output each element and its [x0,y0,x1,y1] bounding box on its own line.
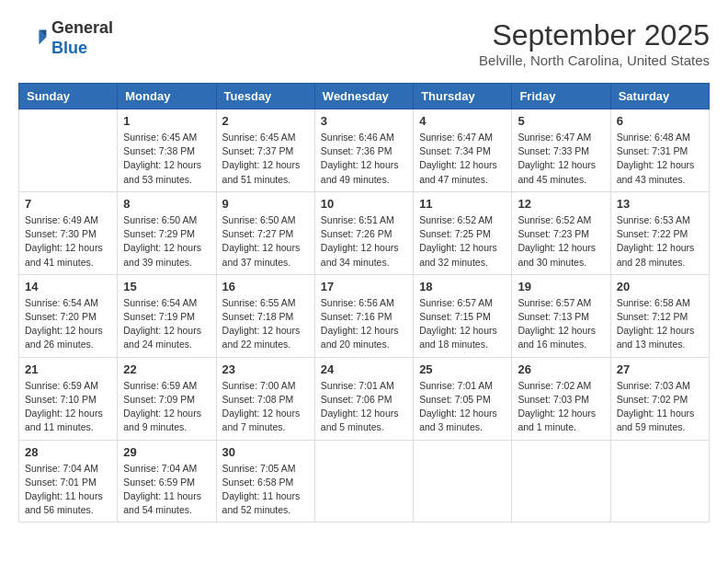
day-info: Sunrise: 7:03 AM Sunset: 7:02 PM Dayligh… [617,379,703,435]
day-info: Sunrise: 6:45 AM Sunset: 7:37 PM Dayligh… [222,131,309,187]
calendar-cell: 23Sunrise: 7:00 AM Sunset: 7:08 PM Dayli… [216,357,314,440]
calendar-cell [512,440,610,523]
day-number: 18 [419,280,506,293]
day-number: 16 [222,280,309,293]
day-info: Sunrise: 6:59 AM Sunset: 7:09 PM Dayligh… [123,379,210,435]
day-info: Sunrise: 7:01 AM Sunset: 7:05 PM Dayligh… [419,379,506,435]
day-info: Sunrise: 6:58 AM Sunset: 7:12 PM Dayligh… [617,296,703,352]
weekday-header-tuesday: Tuesday [216,84,314,109]
day-number: 5 [518,114,604,128]
day-number: 27 [617,362,703,376]
calendar-cell: 27Sunrise: 7:03 AM Sunset: 7:02 PM Dayli… [610,357,709,440]
calendar-cell: 26Sunrise: 7:02 AM Sunset: 7:03 PM Dayli… [512,357,610,440]
day-number: 23 [222,362,309,376]
calendar-cell: 8Sunrise: 6:50 AM Sunset: 7:29 PM Daylig… [118,191,216,274]
calendar-week-row: 28Sunrise: 7:04 AM Sunset: 7:01 PM Dayli… [19,440,710,523]
month-title: September 2025 [479,18,710,52]
calendar-cell: 14Sunrise: 6:54 AM Sunset: 7:20 PM Dayli… [19,274,118,357]
calendar-cell: 18Sunrise: 6:57 AM Sunset: 7:15 PM Dayli… [414,274,512,357]
day-info: Sunrise: 6:47 AM Sunset: 7:33 PM Dayligh… [518,131,604,187]
day-number: 6 [617,114,703,128]
logo-icon [18,24,48,53]
calendar-cell: 28Sunrise: 7:04 AM Sunset: 7:01 PM Dayli… [19,440,118,523]
day-info: Sunrise: 6:45 AM Sunset: 7:38 PM Dayligh… [123,131,210,187]
day-number: 28 [25,445,111,459]
day-info: Sunrise: 6:48 AM Sunset: 7:31 PM Dayligh… [617,131,703,187]
day-info: Sunrise: 6:47 AM Sunset: 7:34 PM Dayligh… [419,131,506,187]
calendar-cell: 30Sunrise: 7:05 AM Sunset: 6:58 PM Dayli… [216,440,314,523]
day-info: Sunrise: 6:50 AM Sunset: 7:29 PM Dayligh… [123,213,210,270]
day-number: 7 [25,197,111,211]
day-number: 15 [123,280,210,293]
calendar-cell: 13Sunrise: 6:53 AM Sunset: 7:22 PM Dayli… [610,191,709,274]
calendar-cell: 19Sunrise: 6:57 AM Sunset: 7:13 PM Dayli… [512,274,610,357]
day-number: 4 [419,114,506,128]
day-info: Sunrise: 6:54 AM Sunset: 7:19 PM Dayligh… [123,296,210,352]
day-number: 13 [617,197,703,211]
day-info: Sunrise: 6:52 AM Sunset: 7:23 PM Dayligh… [518,213,604,270]
calendar-cell: 15Sunrise: 6:54 AM Sunset: 7:19 PM Dayli… [118,274,216,357]
calendar-cell: 11Sunrise: 6:52 AM Sunset: 7:25 PM Dayli… [414,191,512,274]
calendar-cell [414,440,512,523]
day-info: Sunrise: 6:49 AM Sunset: 7:30 PM Dayligh… [25,213,111,270]
calendar-cell: 25Sunrise: 7:01 AM Sunset: 7:05 PM Dayli… [414,357,512,440]
weekday-header-wednesday: Wednesday [314,84,413,109]
calendar-cell: 10Sunrise: 6:51 AM Sunset: 7:26 PM Dayli… [314,191,413,274]
day-info: Sunrise: 6:56 AM Sunset: 7:16 PM Dayligh… [321,296,407,352]
calendar-week-row: 14Sunrise: 6:54 AM Sunset: 7:20 PM Dayli… [19,274,710,357]
calendar-cell: 2Sunrise: 6:45 AM Sunset: 7:37 PM Daylig… [216,109,314,192]
calendar-cell: 5Sunrise: 6:47 AM Sunset: 7:33 PM Daylig… [512,109,610,192]
subtitle: Belville, North Carolina, United States [479,52,710,68]
day-number: 19 [518,280,604,293]
day-info: Sunrise: 6:52 AM Sunset: 7:25 PM Dayligh… [419,213,506,270]
day-info: Sunrise: 6:54 AM Sunset: 7:20 PM Dayligh… [25,296,111,352]
day-info: Sunrise: 7:04 AM Sunset: 6:59 PM Dayligh… [123,462,210,518]
calendar-cell: 9Sunrise: 6:50 AM Sunset: 7:27 PM Daylig… [216,191,314,274]
day-number: 22 [123,362,210,376]
day-number: 9 [222,197,309,211]
day-number: 11 [419,197,506,211]
day-number: 2 [222,114,309,128]
day-info: Sunrise: 6:53 AM Sunset: 7:22 PM Dayligh… [617,213,703,270]
day-info: Sunrise: 6:55 AM Sunset: 7:18 PM Dayligh… [222,296,309,352]
weekday-header-friday: Friday [512,84,610,109]
weekday-header-sunday: Sunday [19,84,118,109]
day-number: 10 [321,197,407,211]
day-number: 14 [25,280,111,293]
calendar-cell: 1Sunrise: 6:45 AM Sunset: 7:38 PM Daylig… [118,109,216,192]
day-info: Sunrise: 7:00 AM Sunset: 7:08 PM Dayligh… [222,379,309,435]
calendar-cell: 20Sunrise: 6:58 AM Sunset: 7:12 PM Dayli… [610,274,709,357]
page-header: General Blue September 2025 Belville, No… [18,18,710,68]
weekday-header-monday: Monday [118,84,216,109]
title-block: September 2025 Belville, North Carolina,… [479,18,710,68]
calendar-cell [314,440,413,523]
day-number: 30 [222,445,309,459]
day-number: 3 [321,114,407,128]
calendar-cell: 21Sunrise: 6:59 AM Sunset: 7:10 PM Dayli… [19,357,118,440]
day-number: 29 [123,445,210,459]
day-info: Sunrise: 7:01 AM Sunset: 7:06 PM Dayligh… [321,379,407,435]
day-number: 24 [321,362,407,376]
day-info: Sunrise: 6:46 AM Sunset: 7:36 PM Dayligh… [321,131,407,187]
day-number: 26 [518,362,604,376]
day-info: Sunrise: 7:04 AM Sunset: 7:01 PM Dayligh… [25,462,111,518]
day-number: 12 [518,197,604,211]
calendar-week-row: 21Sunrise: 6:59 AM Sunset: 7:10 PM Dayli… [19,357,710,440]
day-info: Sunrise: 6:59 AM Sunset: 7:10 PM Dayligh… [25,379,111,435]
calendar-cell: 6Sunrise: 6:48 AM Sunset: 7:31 PM Daylig… [610,109,709,192]
calendar-cell: 4Sunrise: 6:47 AM Sunset: 7:34 PM Daylig… [414,109,512,192]
day-number: 17 [321,280,407,293]
calendar-cell: 3Sunrise: 6:46 AM Sunset: 7:36 PM Daylig… [314,109,413,192]
day-number: 8 [123,197,210,211]
logo-text: General Blue [51,18,113,58]
day-number: 25 [419,362,506,376]
day-info: Sunrise: 7:02 AM Sunset: 7:03 PM Dayligh… [518,379,604,435]
calendar-cell [19,109,118,192]
day-number: 1 [123,114,210,128]
day-info: Sunrise: 6:57 AM Sunset: 7:15 PM Dayligh… [419,296,506,352]
calendar-week-row: 1Sunrise: 6:45 AM Sunset: 7:38 PM Daylig… [19,109,710,192]
calendar-cell: 29Sunrise: 7:04 AM Sunset: 6:59 PM Dayli… [118,440,216,523]
day-info: Sunrise: 6:51 AM Sunset: 7:26 PM Dayligh… [321,213,407,270]
day-info: Sunrise: 7:05 AM Sunset: 6:58 PM Dayligh… [222,462,309,518]
weekday-header-saturday: Saturday [610,84,709,109]
